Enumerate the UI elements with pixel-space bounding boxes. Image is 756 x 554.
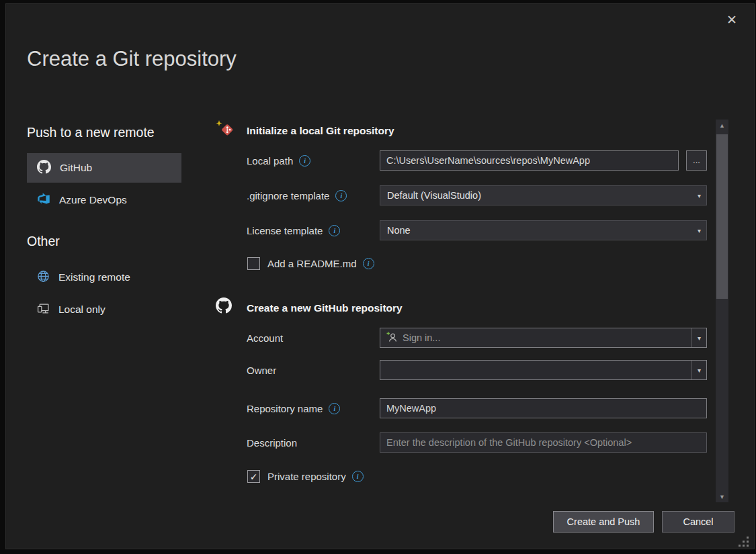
- repo-name-label: Repository name i: [247, 398, 340, 418]
- sidebar-item-existing-remote[interactable]: Existing remote: [27, 263, 181, 291]
- scrollbar[interactable]: ▲ ▼: [716, 120, 728, 502]
- info-icon: i: [352, 471, 364, 482]
- chevron-down-icon: ▾: [691, 328, 706, 347]
- gitignore-selected-value: Default (VisualStudio): [387, 190, 481, 201]
- github-section-header: Create a new GitHub repository: [247, 302, 403, 314]
- sign-in-person-icon: [386, 331, 398, 345]
- sidebar-header-push: Push to a new remote: [27, 125, 155, 140]
- account-value: Sign in...: [403, 332, 440, 343]
- account-label: Account: [247, 328, 283, 348]
- info-icon: i: [363, 258, 374, 269]
- resize-grip[interactable]: [738, 536, 750, 551]
- info-icon: i: [299, 155, 310, 167]
- repo-name-input[interactable]: [380, 398, 707, 418]
- sidebar-item-local-only[interactable]: Local only: [27, 295, 181, 324]
- license-selected-value: None: [387, 225, 411, 236]
- info-icon: i: [335, 190, 347, 201]
- license-label: License template i: [247, 220, 340, 240]
- owner-combo[interactable]: ▾: [380, 360, 707, 380]
- checkmark-icon: ✓: [250, 471, 258, 482]
- sidebar-item-label: GitHub: [60, 162, 92, 174]
- private-repo-checkbox[interactable]: ✓: [247, 470, 260, 483]
- browse-button[interactable]: ...: [686, 150, 707, 171]
- sidebar-item-github[interactable]: GitHub: [27, 153, 181, 183]
- local-path-input[interactable]: [380, 150, 679, 171]
- github-icon: [37, 160, 51, 177]
- sidebar-header-other: Other: [27, 234, 60, 249]
- info-icon: i: [329, 403, 340, 414]
- description-input[interactable]: [380, 432, 707, 453]
- owner-label: Owner: [247, 360, 276, 380]
- scrollbar-thumb[interactable]: [716, 134, 728, 299]
- license-dropdown[interactable]: None ▾: [380, 220, 707, 240]
- globe-icon: [37, 270, 50, 285]
- github-section-icon: [216, 297, 232, 316]
- local-path-label: Local path i: [247, 150, 310, 171]
- account-combo[interactable]: Sign in... ▾: [380, 328, 707, 348]
- private-repo-label: Private repository i: [267, 466, 364, 486]
- chevron-down-icon: ▾: [691, 361, 706, 379]
- sidebar-item-azure-devops[interactable]: Azure DevOps: [27, 185, 181, 215]
- init-section-header: Initialize a local Git repository: [247, 125, 394, 137]
- create-and-push-button[interactable]: Create and Push: [553, 511, 654, 533]
- page-title: Create a Git repository: [27, 47, 237, 71]
- gitignore-label: .gitignore template i: [247, 185, 347, 205]
- close-icon[interactable]: ✕: [722, 9, 742, 30]
- sidebar-item-label: Local only: [58, 304, 106, 316]
- readme-label: Add a README.md i: [267, 253, 374, 273]
- sidebar-item-label: Azure DevOps: [59, 194, 127, 206]
- gitignore-dropdown[interactable]: Default (VisualStudio) ▾: [380, 185, 707, 205]
- scroll-down-icon[interactable]: ▼: [716, 491, 728, 502]
- chevron-down-icon: ▾: [698, 192, 701, 199]
- chevron-down-icon: ▾: [698, 227, 701, 234]
- cancel-button[interactable]: Cancel: [662, 511, 734, 533]
- scroll-up-icon[interactable]: ▲: [716, 120, 728, 131]
- create-git-repo-dialog: ✕ Create a Git repository Push to a new …: [0, 0, 756, 554]
- readme-checkbox[interactable]: [247, 257, 260, 270]
- git-init-icon: [215, 120, 237, 142]
- info-icon: i: [329, 225, 340, 236]
- computer-icon: [37, 302, 50, 318]
- description-label: Description: [247, 432, 297, 453]
- sidebar-item-label: Existing remote: [58, 271, 130, 283]
- azure-devops-icon: [37, 192, 50, 208]
